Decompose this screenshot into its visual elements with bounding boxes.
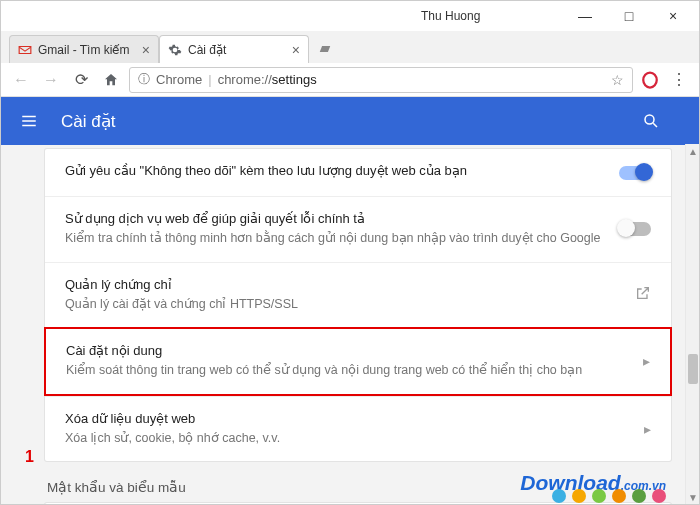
back-button[interactable]: ← [9, 68, 33, 92]
settings-appbar: Cài đặt [1, 97, 699, 145]
annotation-number: 1 [25, 448, 34, 466]
url-path: settings [272, 72, 317, 87]
settings-title: Cài đặt [61, 111, 115, 132]
row-desc: Kiểm soát thông tin trang web có thể sử … [66, 362, 650, 380]
gear-icon [168, 43, 182, 57]
hamburger-icon[interactable] [17, 109, 41, 133]
row-title: Quản lý chứng chỉ [65, 277, 651, 292]
tab-label: Gmail - Tìm kiếm [38, 43, 129, 57]
watermark-dots [552, 489, 666, 503]
address-bar[interactable]: ⓘ Chrome | chrome:// settings ☆ [129, 67, 633, 93]
maximize-button[interactable]: □ [607, 2, 651, 30]
scroll-down-icon[interactable]: ▼ [686, 490, 700, 504]
minimize-button[interactable]: — [563, 2, 607, 30]
row-title: Xóa dữ liệu duyệt web [65, 411, 651, 426]
row-spellcheck[interactable]: Sử dụng dịch vụ web để giúp giải quyết l… [45, 196, 671, 262]
external-link-icon[interactable] [635, 285, 651, 305]
tab-label: Cài đặt [188, 43, 226, 57]
window-user-label: Thu Huong [421, 9, 480, 23]
browser-toolbar: ← → ⟳ ⓘ Chrome | chrome:// settings ☆ ⋮ [1, 63, 699, 97]
window-titlebar: Thu Huong — □ × [1, 1, 699, 31]
menu-button[interactable]: ⋮ [667, 68, 691, 92]
svg-point-1 [645, 115, 654, 124]
scroll-up-icon[interactable]: ▲ [686, 144, 700, 158]
url-host: chrome:// [218, 72, 272, 87]
scrollbar-thumb[interactable] [688, 354, 698, 384]
row-clear-data[interactable]: Xóa dữ liệu duyệt web Xóa lịch sử, cooki… [45, 396, 671, 462]
tab-close-icon[interactable]: × [142, 42, 150, 58]
gmail-icon [18, 43, 32, 57]
settings-content[interactable]: Gửi yêu cầu "Không theo dõi" kèm theo lư… [1, 145, 699, 504]
close-window-button[interactable]: × [651, 2, 695, 30]
row-desc: Quản lý cài đặt và chứng chỉ HTTPS/SSL [65, 296, 651, 314]
toggle-spellcheck[interactable] [619, 222, 651, 236]
row-autofill[interactable]: Cài đặt tự động điền Bật Tự động điền để… [45, 503, 671, 504]
vertical-scrollbar[interactable]: ▲ ▼ [685, 144, 699, 504]
new-tab-button[interactable] [315, 39, 335, 59]
row-desc: Kiểm tra chính tả thông minh hơn bằng cá… [65, 230, 651, 248]
info-icon: ⓘ [138, 71, 150, 88]
url-scheme-label: Chrome [156, 72, 202, 87]
home-button[interactable] [99, 68, 123, 92]
row-title: Cài đặt nội dung [66, 343, 650, 358]
tab-close-icon[interactable]: × [292, 42, 300, 58]
reload-button[interactable]: ⟳ [69, 68, 93, 92]
chevron-right-icon: ▸ [644, 421, 651, 437]
row-certificates[interactable]: Quản lý chứng chỉ Quản lý cài đặt và chứ… [45, 262, 671, 328]
chevron-right-icon: ▸ [643, 353, 650, 369]
tab-settings[interactable]: Cài đặt × [159, 35, 309, 63]
extension-opera-icon[interactable] [639, 69, 661, 91]
row-do-not-track[interactable]: Gửi yêu cầu "Không theo dõi" kèm theo lư… [45, 149, 671, 196]
toggle-dnt[interactable] [619, 166, 651, 180]
search-icon[interactable] [639, 109, 663, 133]
forward-button[interactable]: → [39, 68, 63, 92]
browser-window: Thu Huong — □ × Gmail - Tìm kiếm × Cài đ… [0, 0, 700, 505]
row-title: Sử dụng dịch vụ web để giúp giải quyết l… [65, 211, 651, 226]
passwords-card: Cài đặt tự động điền Bật Tự động điền để… [45, 503, 671, 504]
row-desc: Xóa lịch sử, cookie, bộ nhớ cache, v.v. [65, 430, 651, 448]
bookmark-star-icon[interactable]: ☆ [611, 72, 624, 88]
svg-point-0 [643, 72, 657, 87]
row-content-settings[interactable]: Cài đặt nội dung Kiểm soát thông tin tra… [44, 327, 672, 396]
tab-gmail[interactable]: Gmail - Tìm kiếm × [9, 35, 159, 63]
tab-strip: Gmail - Tìm kiếm × Cài đặt × [1, 31, 699, 63]
privacy-card: Gửi yêu cầu "Không theo dõi" kèm theo lư… [45, 149, 671, 461]
row-title: Gửi yêu cầu "Không theo dõi" kèm theo lư… [65, 163, 651, 178]
